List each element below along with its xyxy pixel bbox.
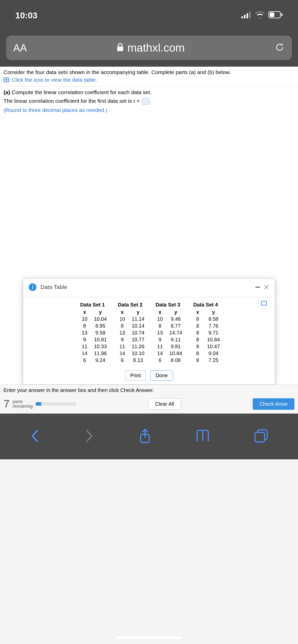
svg-rect-5 bbox=[270, 12, 274, 17]
battery-icon bbox=[268, 10, 283, 20]
dataset-row: 89.71 bbox=[190, 329, 221, 336]
dataset-column: Data Set 2xy1011.14810.141310.74910.7711… bbox=[114, 302, 146, 364]
dataset-row: 68.08 bbox=[152, 357, 184, 364]
dataset-row: 810.14 bbox=[114, 323, 146, 329]
parts-count: 7 bbox=[4, 398, 9, 410]
question-intro: Consider the four data sets shown in the… bbox=[0, 67, 298, 87]
table-icon bbox=[4, 78, 9, 82]
parts-label-top: parts bbox=[12, 399, 33, 404]
dataset-row: 88.95 bbox=[77, 323, 108, 329]
bookmarks-button[interactable] bbox=[196, 429, 210, 444]
svg-rect-7 bbox=[117, 47, 123, 51]
svg-rect-2 bbox=[247, 13, 248, 18]
answer-prefix: The linear correlation coefficient for t… bbox=[4, 98, 141, 104]
intro-text: Consider the four data sets shown in the… bbox=[4, 69, 294, 75]
data-table-link[interactable]: Click the icon to view the data table. bbox=[4, 77, 294, 83]
dataset-title: Data Set 4 bbox=[190, 302, 221, 308]
text-size-button[interactable]: AA bbox=[13, 42, 27, 54]
modal-body: Data Set 1xy1010.0488.95139.58910.811110… bbox=[23, 297, 275, 369]
dataset-row: 1110.33 bbox=[77, 343, 108, 350]
check-answer-button[interactable]: Check Answ bbox=[253, 398, 294, 410]
svg-rect-10 bbox=[255, 432, 265, 442]
datasets-grid: Data Set 1xy1010.0488.95139.58910.811110… bbox=[33, 302, 265, 364]
cellular-icon bbox=[241, 10, 251, 20]
rounding-hint: (Round to three decimal places as needed… bbox=[4, 107, 294, 113]
dataset-row: 109.46 bbox=[152, 316, 184, 323]
dataset-row: 810.84 bbox=[190, 336, 221, 343]
url-display[interactable]: mathxl.com bbox=[117, 41, 185, 54]
ios-toolbar bbox=[0, 414, 298, 459]
part-a: (a) Compute the linear correlation coeff… bbox=[0, 87, 298, 116]
data-table-modal: i Data Table Data Set 1xy1010.0488.95139… bbox=[23, 279, 275, 385]
clear-all-button[interactable]: Clear All bbox=[148, 398, 181, 410]
dataset-row: 1310.74 bbox=[114, 329, 146, 336]
dataset-row: 88.77 bbox=[152, 323, 184, 329]
dataset-title: Data Set 1 bbox=[77, 302, 108, 308]
dataset-row: 99.11 bbox=[152, 336, 184, 343]
modal-footer: Print Done bbox=[23, 369, 275, 384]
parts-remaining: 7 parts remaining bbox=[4, 398, 76, 410]
lock-icon bbox=[117, 41, 124, 54]
answer-input[interactable] bbox=[142, 98, 149, 105]
print-button[interactable]: Print bbox=[125, 370, 146, 381]
dataset-row: 910.81 bbox=[77, 336, 108, 343]
dataset-row: 1111.26 bbox=[114, 343, 146, 350]
dataset-row: 87.76 bbox=[190, 323, 221, 329]
minimize-button[interactable] bbox=[255, 287, 260, 288]
modal-header: i Data Table bbox=[23, 279, 275, 297]
dataset-row: 69.24 bbox=[77, 357, 108, 364]
dataset-column: Data Set 3xy109.4688.771314.7499.11119.8… bbox=[152, 302, 184, 364]
back-button[interactable] bbox=[30, 429, 40, 444]
progress-bar bbox=[36, 402, 76, 406]
dataset-row: 89.04 bbox=[190, 350, 221, 357]
answer-suffix: . bbox=[150, 98, 151, 104]
reload-button[interactable] bbox=[275, 42, 285, 53]
dataset-header: xy bbox=[77, 309, 108, 316]
part-a-prompt: (a) Compute the linear correlation coeff… bbox=[4, 89, 294, 95]
page-content: Consider the four data sets shown in the… bbox=[0, 67, 298, 414]
parts-label-bot: remaining bbox=[12, 404, 33, 408]
footer-row: 7 parts remaining Clear All Check Answ bbox=[0, 396, 298, 414]
part-a-text: Compute the linear correlation coefficie… bbox=[10, 89, 152, 95]
address-bar[interactable]: AA mathxl.com bbox=[6, 36, 292, 60]
dataset-row: 1410.10 bbox=[114, 350, 146, 357]
status-bar: 10:03 bbox=[0, 0, 298, 31]
whitespace bbox=[0, 116, 298, 279]
dataset-header: xy bbox=[152, 309, 184, 316]
dataset-row: 1411.96 bbox=[77, 350, 108, 357]
done-button[interactable]: Done bbox=[150, 370, 173, 381]
url-text: mathxl.com bbox=[127, 41, 185, 54]
part-a-label: (a) bbox=[4, 89, 10, 95]
share-button[interactable] bbox=[139, 428, 151, 445]
svg-rect-1 bbox=[244, 15, 246, 18]
status-time: 10:03 bbox=[15, 10, 37, 20]
dataset-title: Data Set 3 bbox=[152, 302, 184, 308]
dataset-row: 119.81 bbox=[152, 343, 184, 350]
dataset-row: 1011.14 bbox=[114, 316, 146, 323]
wifi-icon bbox=[255, 10, 265, 20]
forward-button[interactable] bbox=[84, 429, 94, 444]
info-icon: i bbox=[29, 283, 36, 291]
footer-prompt: Enter your answer in the answer box and … bbox=[0, 385, 298, 396]
dataset-header: xy bbox=[190, 309, 221, 316]
dataset-row: 139.58 bbox=[77, 329, 108, 336]
dataset-row: 87.25 bbox=[190, 357, 221, 364]
dataset-row: 68.13 bbox=[114, 357, 146, 364]
dataset-column: Data Set 1xy1010.0488.95139.58910.811110… bbox=[77, 302, 108, 364]
dataset-row: 910.77 bbox=[114, 336, 146, 343]
copy-icon[interactable] bbox=[261, 302, 266, 305]
dataset-row: 810.47 bbox=[190, 343, 221, 350]
answer-line: The linear correlation coefficient for t… bbox=[4, 98, 294, 105]
svg-rect-0 bbox=[241, 16, 243, 18]
browser-bar: AA mathxl.com bbox=[0, 31, 298, 67]
dataset-row: 1410.84 bbox=[152, 350, 184, 357]
dataset-column: Data Set 4xy88.5887.7689.71810.84810.478… bbox=[190, 302, 221, 364]
close-button[interactable] bbox=[264, 284, 269, 290]
svg-rect-3 bbox=[249, 12, 251, 18]
link-text: Click the icon to view the data table. bbox=[12, 77, 97, 83]
dataset-title: Data Set 2 bbox=[114, 302, 146, 308]
dataset-row: 1314.74 bbox=[152, 329, 184, 336]
home-indicator[interactable] bbox=[116, 636, 182, 639]
dataset-header: xy bbox=[114, 309, 146, 316]
tabs-button[interactable] bbox=[254, 429, 268, 444]
